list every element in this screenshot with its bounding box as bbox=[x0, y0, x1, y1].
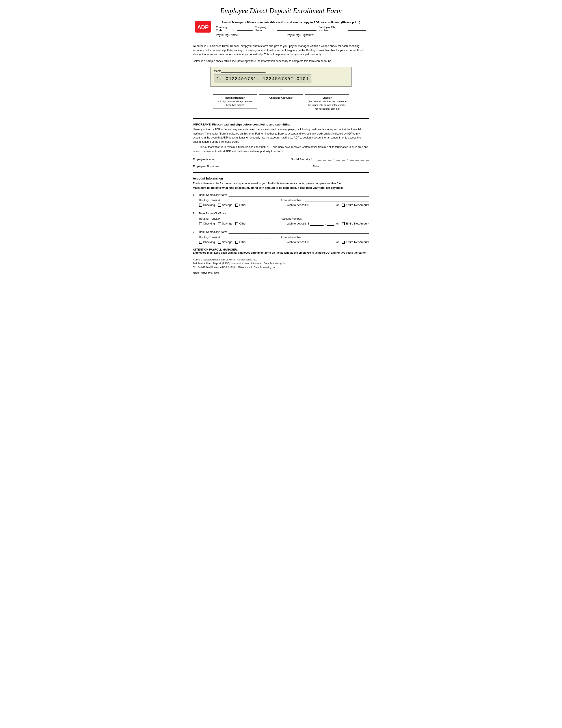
bank-label-2: Bank Name/City/State: bbox=[199, 212, 227, 215]
important-section: IMPORTANT! Please read and sign before c… bbox=[193, 123, 369, 153]
savings-cb-2[interactable] bbox=[218, 222, 221, 225]
intro-para2: Below is a sample check MICR line, detai… bbox=[193, 59, 369, 63]
deposit-dollars-1[interactable] bbox=[310, 203, 323, 207]
arrow-check: ↑ bbox=[318, 87, 320, 92]
bank-row-1: 1. Bank Name/City/State: bbox=[193, 193, 369, 197]
checking-cb-2[interactable] bbox=[199, 222, 202, 225]
routing-label-1: Routing Transit #: bbox=[199, 199, 221, 202]
acct-num-label-1: Account Number: bbox=[281, 199, 302, 202]
check-diagram: Memo______________________________ 1: 01… bbox=[211, 67, 351, 114]
check-top: Memo______________________________ 1: 01… bbox=[211, 67, 351, 87]
deposit-section-1: I wish to deposit: $ . or Entire Net Amo… bbox=[285, 203, 369, 207]
acct-info-bold: Make sure to indicate what kind of accou… bbox=[193, 186, 369, 189]
divider-1 bbox=[193, 118, 369, 119]
acct-num-label-3: Account Number: bbox=[281, 236, 302, 239]
savings-cb-3[interactable] bbox=[218, 241, 221, 244]
employee-name-field[interactable] bbox=[229, 157, 282, 161]
bank-label-1: Bank Name/City/State: bbox=[199, 193, 227, 197]
acct-num-1: 1. bbox=[193, 193, 197, 197]
acct-info-intro: The last item must be for the remaining … bbox=[193, 182, 369, 185]
company-name-field[interactable] bbox=[277, 27, 316, 31]
header-fields-row1: Company Code: Company Name: Employee Fil… bbox=[216, 26, 366, 32]
page-title: Employee Direct Deposit Enrollment Form bbox=[193, 7, 369, 15]
savings-checkbox-1[interactable]: Savings bbox=[218, 203, 232, 207]
account-block-2: 2. Bank Name/City/State: Routing Transit… bbox=[193, 211, 369, 226]
arrow-account: ↑ bbox=[280, 87, 282, 92]
routing-row-1: Routing Transit #: __ __ __ __ __ __ __ … bbox=[193, 198, 369, 202]
employee-file-field[interactable] bbox=[348, 27, 366, 31]
checking-checkbox-1[interactable]: Checking bbox=[199, 203, 215, 207]
checking-checkbox-3[interactable]: Checking bbox=[199, 240, 215, 244]
routing-blanks-3: __ __ __ __ __ __ __ __ __ bbox=[223, 236, 274, 239]
other-cb-1[interactable] bbox=[235, 204, 238, 207]
checking-label-3: Checking bbox=[203, 240, 215, 244]
bank-row-2: 2. Bank Name/City/State: bbox=[193, 211, 369, 215]
or-label-1: or bbox=[336, 203, 339, 207]
adp-logo-svg: ADP bbox=[195, 21, 211, 33]
savings-checkbox-3[interactable]: Savings bbox=[218, 240, 232, 244]
acct-num-field-1[interactable] bbox=[304, 198, 369, 202]
other-label-2: Other bbox=[239, 222, 247, 225]
or-label-2: or bbox=[336, 222, 339, 225]
deposit-cents-2[interactable] bbox=[327, 222, 334, 226]
check-diagram-bottom: Routing/Transit # (A 9-digit number alwa… bbox=[211, 93, 351, 114]
deposit-cents-3[interactable] bbox=[327, 240, 334, 244]
deposit-dollars-3[interactable] bbox=[310, 240, 323, 244]
other-checkbox-1[interactable]: Other bbox=[235, 203, 247, 207]
intro-para1: To enroll in Full Service Direct Deposit… bbox=[193, 44, 369, 56]
other-cb-3[interactable] bbox=[235, 241, 238, 244]
check-label-box: Check # (this number matches the number … bbox=[305, 94, 349, 112]
header-bold-line: Payroll Manager – Please complete this s… bbox=[216, 21, 366, 24]
header-fields-row2: Payroll Mgr. Name: Payroll Mgr. Signatur… bbox=[216, 33, 366, 37]
employee-sig-label: Employee Signature: bbox=[193, 165, 225, 168]
arrow-routing: ↑ bbox=[242, 87, 244, 92]
account-info-title: Account Information bbox=[193, 177, 369, 180]
checking-cb-1[interactable] bbox=[199, 204, 202, 207]
acct-num-field-3[interactable] bbox=[304, 235, 369, 239]
acct-num-field-2[interactable] bbox=[304, 216, 369, 220]
checkbox-row-1: Checking Savings Other I wish to deposit… bbox=[193, 203, 369, 207]
company-code-field[interactable] bbox=[237, 27, 253, 31]
deposit-dollars-2[interactable] bbox=[310, 222, 323, 226]
employee-sig-field[interactable] bbox=[229, 164, 304, 168]
other-checkbox-3[interactable]: Other bbox=[235, 240, 247, 244]
account-block-3: 3. Bank Name/City/State: Routing Transit… bbox=[193, 230, 369, 244]
other-label-3: Other bbox=[239, 240, 247, 244]
bank-field-3[interactable] bbox=[229, 230, 369, 234]
bank-field-1[interactable] bbox=[229, 193, 369, 197]
bank-row-3: 3. Bank Name/City/State: bbox=[193, 230, 369, 234]
company-name-label: Company Name: bbox=[255, 26, 275, 32]
ssn-format: __ __ __ - __ __ - __ __ __ __ bbox=[317, 158, 369, 161]
savings-cb-1[interactable] bbox=[218, 204, 221, 207]
footer-section: ADP is a registered trademark of ADP of … bbox=[193, 258, 369, 269]
important-text1: I hereby authorize ADP to deposit any am… bbox=[193, 127, 369, 144]
deposit-section-2: I wish to deposit: $ . or Entire Net Amo… bbox=[285, 222, 369, 226]
payroll-mgr-field[interactable] bbox=[241, 33, 285, 37]
deposit-section-3: I wish to deposit: $ . or Entire Net Amo… bbox=[285, 240, 369, 244]
deposit-label-1: I wish to deposit: $ bbox=[285, 203, 309, 207]
entire-net-cb-2[interactable] bbox=[341, 222, 345, 225]
entire-net-label-3: Entire Net Amount bbox=[346, 240, 369, 244]
made-fillable: Made Fillable by eForms bbox=[193, 271, 369, 274]
signature-fields: Employee Name: Social Security #: __ __ … bbox=[193, 157, 369, 168]
entire-net-cb-1[interactable] bbox=[341, 204, 345, 207]
date-label: Date: bbox=[313, 165, 320, 168]
checking-checkbox-2[interactable]: Checking bbox=[199, 222, 215, 225]
entire-net-cb-3[interactable] bbox=[341, 241, 345, 244]
savings-checkbox-2[interactable]: Savings bbox=[218, 222, 232, 225]
other-cb-2[interactable] bbox=[235, 222, 238, 225]
other-checkbox-2[interactable]: Other bbox=[235, 222, 247, 225]
bank-field-2[interactable] bbox=[229, 211, 369, 215]
date-field[interactable] bbox=[324, 164, 364, 168]
deposit-cents-1[interactable] bbox=[327, 203, 334, 207]
checking-cb-3[interactable] bbox=[199, 241, 202, 244]
sig-date-row: Employee Signature: Date: bbox=[193, 164, 369, 168]
routing-label-3: Routing Transit #: bbox=[199, 236, 221, 239]
deposit-label-3: I wish to deposit: $ bbox=[285, 240, 309, 244]
or-label-3: or bbox=[336, 240, 339, 244]
account-label-box: Checking Account # bbox=[259, 94, 303, 101]
check-micr-numbers: 1: 0123456781: 123456789" 0101 bbox=[214, 74, 311, 83]
checkbox-row-2: Checking Savings Other I wish to deposit… bbox=[193, 222, 369, 226]
payroll-sig-field[interactable] bbox=[316, 33, 360, 37]
savings-label-1: Savings bbox=[222, 203, 232, 207]
